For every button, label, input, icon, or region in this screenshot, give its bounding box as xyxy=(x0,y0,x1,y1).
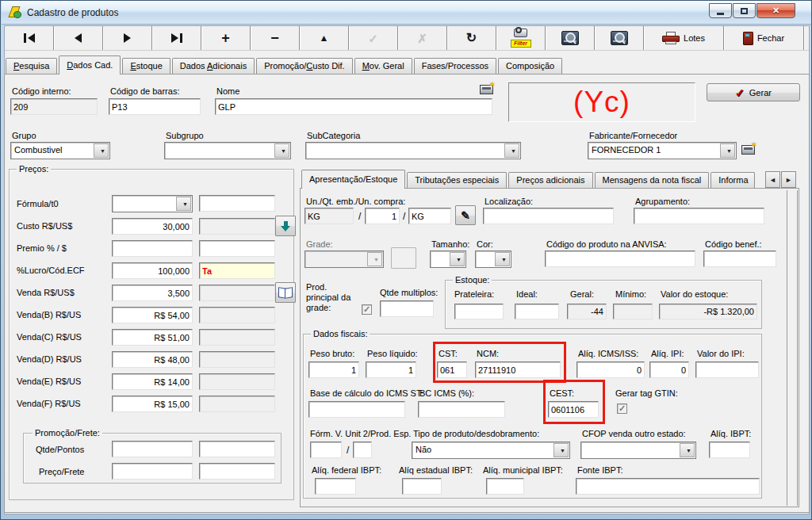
form-v-unit-field[interactable] xyxy=(310,442,342,458)
maximize-button[interactable] xyxy=(733,3,756,18)
price-table-button[interactable] xyxy=(275,282,296,303)
nome-register-icon[interactable] xyxy=(480,85,493,94)
cod-ecf-field[interactable] xyxy=(199,262,275,279)
ideal-field[interactable] xyxy=(515,304,559,319)
gerar-button[interactable]: Gerar xyxy=(707,83,800,101)
venda-c-field[interactable] xyxy=(112,329,193,346)
tab-mensagens-nota-fiscal[interactable]: Mensagens da nota fiscal xyxy=(595,172,710,188)
geral-field[interactable] xyxy=(567,304,607,319)
fechar-button[interactable]: Fechar xyxy=(724,26,804,50)
venda-b-field[interactable] xyxy=(112,307,193,323)
vertical-scrollbar[interactable] xyxy=(787,190,798,506)
prod-principal-checkbox[interactable] xyxy=(362,304,372,315)
edit-units-button[interactable] xyxy=(455,205,476,225)
formula-combobox[interactable] xyxy=(112,195,193,212)
tab-dados-adicionais[interactable]: Dados Adicionais xyxy=(172,58,255,74)
subgrupo-combobox[interactable] xyxy=(164,142,291,159)
formula-field-2[interactable] xyxy=(199,195,275,212)
grade-combobox[interactable] xyxy=(304,250,384,268)
cancel-edit-button[interactable] xyxy=(398,26,447,50)
agrupamento-field[interactable] xyxy=(634,208,764,224)
post-edit-button[interactable] xyxy=(349,26,398,50)
valor-estoque-field[interactable] xyxy=(659,304,757,319)
un-compra-field[interactable] xyxy=(408,208,451,224)
search-database-button-1[interactable] xyxy=(546,26,595,50)
bc-icms-st-field[interactable] xyxy=(308,401,405,418)
tab-fases-processos[interactable]: Fases/Processos xyxy=(414,58,496,74)
venda-b-field-2[interactable] xyxy=(199,307,275,323)
copy-cost-button[interactable] xyxy=(275,216,296,236)
venda-d-field-2[interactable] xyxy=(199,351,275,368)
grade-button[interactable] xyxy=(391,247,416,269)
premio-field-2[interactable] xyxy=(199,240,275,257)
last-record-button[interactable] xyxy=(152,26,201,50)
grupo-combobox[interactable]: Combustivel xyxy=(10,142,110,159)
unidade-field[interactable] xyxy=(304,208,354,224)
nome-field[interactable] xyxy=(215,98,492,115)
tab-pesquisa[interactable]: Pesquisa xyxy=(6,58,57,74)
venda-field[interactable] xyxy=(112,285,193,301)
peso-liquido-field[interactable] xyxy=(366,361,416,378)
anvisa-field[interactable] xyxy=(545,250,695,267)
premio-field[interactable] xyxy=(112,240,193,257)
fabricante-register-icon[interactable] xyxy=(741,145,755,155)
tab-dados-cad[interactable]: Dados Cad. xyxy=(59,55,121,75)
tab-informa[interactable]: Informa xyxy=(710,172,755,188)
venda-d-field[interactable] xyxy=(112,351,193,368)
qtde-multiplos-field[interactable] xyxy=(380,300,434,317)
venda-e-field[interactable] xyxy=(112,373,193,390)
codigo-interno-field[interactable] xyxy=(10,98,98,115)
search-database-button-2[interactable] xyxy=(595,26,644,50)
aliq-ipi-field[interactable] xyxy=(649,361,689,378)
refresh-button[interactable] xyxy=(447,26,496,50)
valor-ipi-field[interactable] xyxy=(695,361,759,378)
gerar-tag-gtin-checkbox[interactable] xyxy=(617,403,627,414)
title-bar[interactable]: Cadastro de produtos xyxy=(2,1,812,25)
filter-button[interactable]: Filter xyxy=(496,26,546,50)
prateleira-field[interactable] xyxy=(454,304,504,319)
tamanho-combobox[interactable] xyxy=(430,250,466,268)
tipo-produto-combobox[interactable]: Não xyxy=(412,442,570,459)
tab-promocao-custo[interactable]: Promoção/Custo Dif. xyxy=(256,58,353,74)
tab-tributacoes-especiais[interactable]: Tributações especiais xyxy=(407,172,507,188)
aliq-estadual-ibpt-field[interactable] xyxy=(402,478,442,495)
venda-c-field-2[interactable] xyxy=(199,329,275,346)
edit-record-button[interactable] xyxy=(300,26,349,50)
venda-f-field-2[interactable] xyxy=(199,396,275,412)
subcategoria-combobox[interactable] xyxy=(305,142,521,159)
preco-frete-field[interactable] xyxy=(112,463,193,480)
codigo-benef-field[interactable] xyxy=(703,250,776,267)
next-record-button[interactable] xyxy=(103,26,152,50)
close-button[interactable] xyxy=(756,3,795,18)
lotes-button[interactable]: Lotes xyxy=(644,26,724,50)
qtde-pontos-field[interactable] xyxy=(112,441,193,457)
aliq-icms-field[interactable] xyxy=(576,361,645,378)
minimize-button[interactable] xyxy=(709,3,732,18)
aliq-municipal-ibpt-field[interactable] xyxy=(486,478,524,495)
codigo-barras-field[interactable] xyxy=(109,98,201,115)
tab-composicao[interactable]: Composição xyxy=(498,58,562,74)
qtde-pontos-field-2[interactable] xyxy=(199,441,275,457)
custo-field-2[interactable] xyxy=(199,218,275,235)
peso-bruto-field[interactable] xyxy=(308,361,359,378)
venda-e-field-2[interactable] xyxy=(199,373,275,390)
tab-precos-adicionais[interactable]: Preços adicionais xyxy=(508,172,592,188)
cst-field[interactable] xyxy=(437,361,467,378)
ncm-field[interactable] xyxy=(475,361,561,378)
tab-scroll-right-button[interactable]: ► xyxy=(781,171,796,188)
aliq-federal-ibpt-field[interactable] xyxy=(315,478,356,495)
first-record-button[interactable] xyxy=(5,26,54,50)
insert-record-button[interactable] xyxy=(201,26,251,50)
custo-field[interactable] xyxy=(112,218,193,235)
fonte-ibpt-field[interactable] xyxy=(576,478,760,495)
minimo-field[interactable] xyxy=(613,304,653,319)
prior-record-button[interactable] xyxy=(54,26,103,50)
venda-field-2[interactable] xyxy=(199,285,275,301)
tab-mov-geral[interactable]: Mov. Geral xyxy=(354,58,412,74)
lucro-field[interactable] xyxy=(112,262,193,279)
tab-estoque[interactable]: Estoque xyxy=(122,58,170,74)
venda-f-field[interactable] xyxy=(112,396,193,412)
prod-esp-field[interactable] xyxy=(353,442,372,458)
localizacao-field[interactable] xyxy=(483,208,614,224)
fabricante-combobox[interactable]: FORNECEDOR 1 xyxy=(588,142,737,159)
